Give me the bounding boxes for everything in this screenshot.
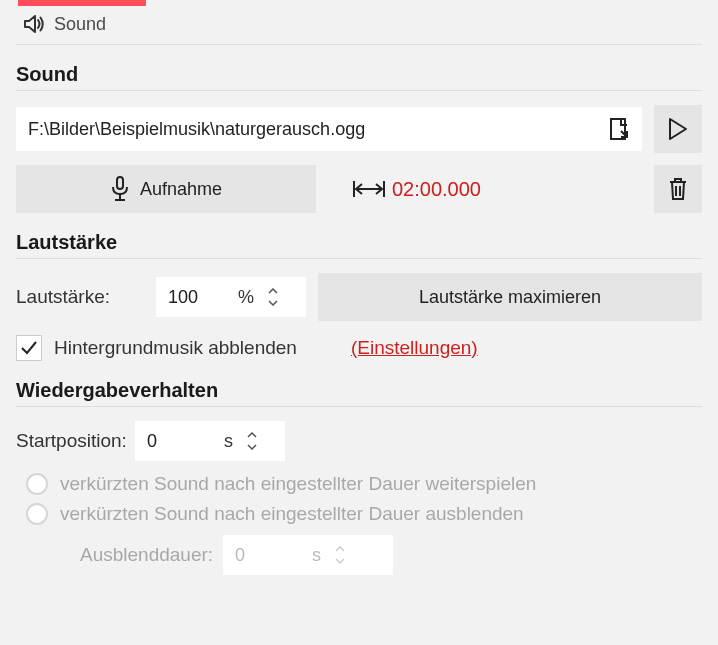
volume-label: Lautstärke:	[16, 286, 144, 308]
maximize-volume-button[interactable]: Lautstärke maximieren	[318, 273, 702, 321]
maximize-volume-label: Lautstärke maximieren	[419, 287, 601, 308]
fade-duration-value: 0	[235, 545, 291, 566]
settings-link[interactable]: (Einstellungen)	[351, 337, 478, 359]
spinner-up-icon	[333, 544, 347, 554]
radio-fade-label: verkürzten Sound nach eingestellter Daue…	[60, 503, 524, 525]
microphone-icon	[110, 176, 130, 202]
file-path-value: F:\Bilder\Beispielmusik\naturgerausch.og…	[28, 119, 365, 140]
tab-label: Sound	[54, 14, 106, 35]
tab-sound[interactable]: Sound	[16, 6, 702, 45]
spinner-up-icon[interactable]	[266, 286, 280, 296]
divider	[16, 90, 702, 91]
section-heading-playback: Wiedergabeverhalten	[16, 379, 702, 402]
delete-button[interactable]	[654, 165, 702, 213]
play-icon	[668, 117, 688, 141]
start-position-value: 0	[147, 431, 203, 452]
fade-duration-spinner: 0 s	[223, 535, 393, 575]
duration-value: 02:00.000	[392, 178, 481, 201]
duration-display: 02:00.000	[328, 178, 642, 201]
divider	[16, 406, 702, 407]
sound-icon	[22, 12, 46, 36]
radio-fade-out: verkürzten Sound nach eingestellter Daue…	[26, 503, 702, 525]
spinner-down-icon[interactable]	[266, 298, 280, 308]
divider	[16, 258, 702, 259]
trash-icon	[667, 177, 689, 201]
check-icon	[20, 340, 38, 356]
spinner-up-icon[interactable]	[245, 430, 259, 440]
volume-value: 100	[168, 287, 224, 308]
section-heading-sound: Sound	[16, 63, 702, 86]
fade-duration-unit: s	[297, 545, 321, 566]
radio-icon	[26, 473, 48, 495]
volume-unit: %	[230, 287, 254, 308]
section-heading-volume: Lautstärke	[16, 231, 702, 254]
svg-rect-1	[117, 177, 123, 189]
volume-spinner[interactable]: 100 %	[156, 277, 306, 317]
record-button[interactable]: Aufnahme	[16, 165, 316, 213]
radio-continue-label: verkürzten Sound nach eingestellter Daue…	[60, 473, 536, 495]
browse-icon[interactable]	[606, 115, 634, 143]
file-path-input[interactable]: F:\Bilder\Beispielmusik\naturgerausch.og…	[16, 107, 642, 151]
radio-continue-playing: verkürzten Sound nach eingestellter Daue…	[26, 473, 702, 495]
radio-icon	[26, 503, 48, 525]
start-position-label: Startposition:	[16, 430, 127, 452]
fade-duration-label: Ausblenddauer:	[80, 544, 213, 566]
spinner-down-icon	[333, 556, 347, 566]
start-position-unit: s	[209, 431, 233, 452]
spinner-down-icon[interactable]	[245, 442, 259, 452]
duration-icon	[352, 178, 386, 200]
play-button[interactable]	[654, 105, 702, 153]
dim-background-label: Hintergrundmusik abblenden	[54, 337, 297, 359]
record-label: Aufnahme	[140, 179, 222, 200]
start-position-spinner[interactable]: 0 s	[135, 421, 285, 461]
dim-background-checkbox[interactable]	[16, 335, 42, 361]
